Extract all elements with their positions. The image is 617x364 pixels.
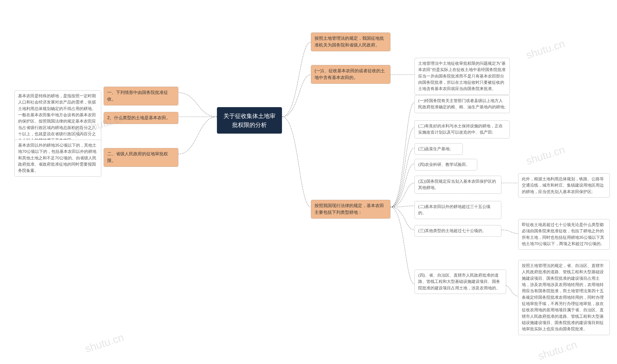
right-node-1[interactable]: 按照土地管理法的规定，我国征地批准机关为国务院和省级人民政府。	[311, 32, 390, 51]
r3-item-f[interactable]: (二)基本农田以外的耕地超过三十五公顷的。	[414, 201, 501, 219]
root-node[interactable]: 关于征收集体土地审批权限的分析	[217, 107, 282, 134]
left-node-2-leaf[interactable]: 基本农田是特殊的耕地，是指按照一定时期人口和社会经济发展对农产品的需求，依据土地…	[14, 90, 101, 146]
node-text: 按照我国现行法律的规定，基本农田主要包括下列类型耕地：	[315, 203, 384, 215]
r3-item-h-leaf[interactable]: 按照土地管理法的规定，省、自治区、直辖市人民政府批准的道路、管线工程和大型基础设…	[518, 260, 610, 335]
left-node-2[interactable]: 2、什么类型的土地是基本农田。	[104, 112, 178, 124]
watermark: shutu.cn	[83, 331, 125, 355]
r3-item-b[interactable]: (二)有良好的水利与水土保持设施的耕地，正在实施改造计划以及可以改造的中、低产田…	[414, 120, 510, 138]
node-text: 此外，根据土地利用总体规划，铁路、公路等交通沿线，城市和村庄、集镇建设用地区周边…	[522, 177, 604, 194]
node-text: 基本农田是特殊的耕地，是指按照一定时期人口和社会经济发展对农产品的需求，依据土地…	[18, 94, 96, 143]
r3-item-e[interactable]: (五))国务院规定应当划入基本农田保护区的其他耕地。	[414, 176, 501, 194]
node-text: (二)有良好的水利与水土保持设施的耕地，正在实施改造计划以及可以改造的中、低产田…	[418, 124, 503, 135]
node-text: (三)其他类型的土地超过七十公顷的。	[418, 228, 486, 233]
watermark: shutu.cn	[536, 338, 578, 362]
r3-item-d[interactable]: (四)农业科研、教学试验田。	[414, 159, 477, 170]
node-text: 2、什么类型的土地是基本农田。	[107, 115, 170, 120]
node-text: (五))国务院规定应当划入基本农田保护区的其他耕地。	[418, 179, 496, 190]
node-text: 基本农田以外的耕地35公顷以下的，其他土地70公顷以下的，包括基本农田以外的耕地…	[18, 143, 96, 173]
node-text: (四)、省、自治区、直辖市人民政府批准的道路、管线工程和大型基础设施建设项目、国…	[418, 273, 500, 290]
left-node-3[interactable]: 二、省级人民政府的征地审批权限。	[104, 148, 178, 167]
r3-item-e-leaf[interactable]: 此外，根据土地利用总体规划，铁路、公路等交通沿线，城市和村庄、集镇建设用地区周边…	[518, 173, 610, 198]
r3-item-c[interactable]: (三)蔬菜生产基地;	[414, 143, 463, 155]
right-node-2-leaf[interactable]: 土地管理法中土地征收审批权限的问题规定为“基本农田”但是实际上在征收土地中若经国…	[414, 58, 510, 95]
node-text: (二)基本农田以外的耕地超过三十五公顷的。	[418, 204, 491, 215]
node-text: 土地管理法中土地征收审批权限的问题规定为“基本农田”但是实际上在征收土地中若经国…	[418, 61, 506, 91]
node-text: (一)经国务院有关主管部门或者县级以上地方人民政府批准确定的粮、棉、油生产基地内…	[418, 98, 506, 109]
node-text: (四)农业科研、教学试验田。	[418, 162, 470, 167]
r3-item-h[interactable]: (四)、省、自治区、直辖市人民政府批准的道路、管线工程和大型基础设施建设项目、国…	[414, 270, 506, 294]
left-node-3-leaf[interactable]: 基本农田以外的耕地35公顷以下的，其他土地70公顷以下的，包括基本农田以外的耕地…	[14, 140, 101, 177]
root-title: 关于征收集体土地审批权限的分析	[223, 113, 275, 128]
node-text: 按照土地管理法的规定，省、自治区、直辖市人民政府批准的道路、管线工程和大型基础设…	[522, 263, 604, 331]
left-node-1[interactable]: 一、下列情形中由国务院批准征收。	[104, 87, 178, 105]
watermark: shutu.cn	[524, 143, 566, 167]
node-text: 即征收土地若超过七十公顷无论是什么类型都必须由国务院来批准征收，包括了耕地之外的…	[522, 222, 605, 246]
node-text: 按照土地管理法的规定，我国征地批准机关为国务院和省级人民政府。	[315, 36, 384, 47]
node-text: 二、省级人民政府的征地审批权限。	[107, 151, 168, 163]
r3-item-g[interactable]: (三)其他类型的土地超过七十公顷的。	[414, 225, 501, 237]
r3-item-g-leaf[interactable]: 即征收土地若超过七十公顷无论是什么类型都必须由国务院来批准征收，包括了耕地之外的…	[518, 219, 610, 250]
node-text: (三)蔬菜生产基地;	[418, 147, 451, 151]
node-text: 一、下列情形中由国务院批准征收。	[107, 90, 168, 102]
r3-item-a[interactable]: (一)经国务院有关主管部门或者县级以上地方人民政府批准确定的粮、棉、油生产基地内…	[414, 95, 510, 113]
node-text: (一)1、征收基本农田的或者征收的土地中含有基本农田的。	[315, 68, 385, 80]
watermark: shutu.cn	[524, 38, 566, 61]
mindmap-canvas: 关于征收集体土地审批权限的分析 一、下列情形中由国务院批准征收。 2、什么类型的…	[0, 0, 617, 364]
right-node-3[interactable]: 按照我国现行法律的规定，基本农田主要包括下列类型耕地：	[311, 200, 390, 219]
right-node-2[interactable]: (一)1、征收基本农田的或者征收的土地中含有基本农田的。	[311, 65, 390, 84]
